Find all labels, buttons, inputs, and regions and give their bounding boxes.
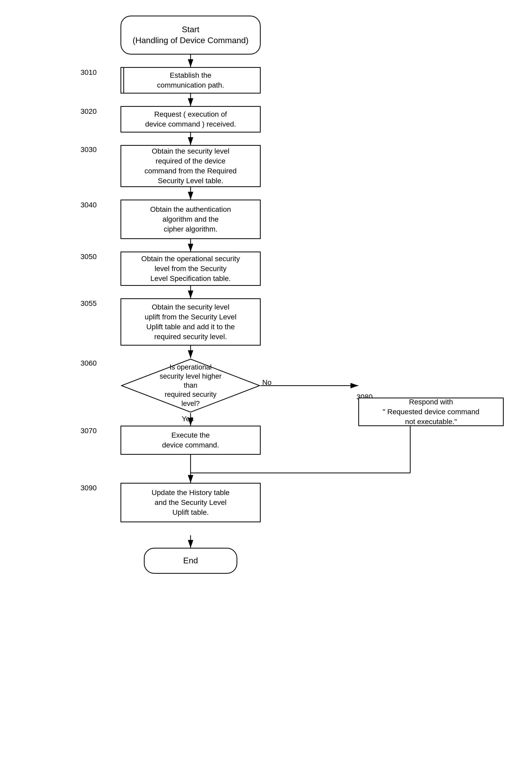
step-3090-node: Update the History table and the Securit… xyxy=(121,483,261,522)
step-3070-label: 3070 xyxy=(81,427,97,435)
start-node: Start (Handling of Device Command) xyxy=(121,16,261,55)
step-3055-node: Obtain the security level uplift from th… xyxy=(121,298,261,346)
step-3070-text: Execute the device command. xyxy=(162,430,219,450)
step-3060-diamond: Is operationalsecurity level higher than… xyxy=(121,358,261,413)
step-3070-node: Execute the device command. xyxy=(121,425,261,455)
step-3055-label: 3055 xyxy=(81,299,97,308)
step-3090-label: 3090 xyxy=(81,484,97,492)
step-3030-text: Obtain the security level required of th… xyxy=(144,146,237,186)
step-3020-node: Request ( execution of device command ) … xyxy=(121,106,261,133)
step-3050-label: 3050 xyxy=(81,253,97,261)
step-3050-node: Obtain the operational security level fr… xyxy=(121,252,261,286)
yes-label: Yes xyxy=(182,415,194,423)
step-3060-label: 3060 xyxy=(81,359,97,368)
step-3040-label: 3040 xyxy=(81,201,97,209)
step-3060-text: Is operationalsecurity level higher than… xyxy=(157,363,224,408)
step-3010-label: 3010 xyxy=(81,68,97,77)
step-3050-text: Obtain the operational security level fr… xyxy=(141,254,240,283)
step-3010-text: Establish the communication path. xyxy=(157,70,224,90)
step-3080-text: Respond with " Requested device command … xyxy=(383,397,479,426)
no-label: No xyxy=(262,379,272,386)
step-3030-node: Obtain the security level required of th… xyxy=(121,145,261,187)
step-3040-node: Obtain the authentication algorithm and … xyxy=(121,200,261,239)
step-3080-node: Respond with " Requested device command … xyxy=(358,397,504,426)
step-3040-text: Obtain the authentication algorithm and … xyxy=(150,205,231,234)
step-3055-text: Obtain the security level uplift from th… xyxy=(144,302,236,342)
step-3020-text: Request ( execution of device command ) … xyxy=(145,109,236,129)
step-3020-label: 3020 xyxy=(81,107,97,116)
end-label: End xyxy=(183,555,198,566)
step-3010-node: Establish the communication path. xyxy=(121,67,261,94)
start-label: Start (Handling of Device Command) xyxy=(133,24,248,46)
step-3030-label: 3030 xyxy=(81,146,97,154)
step-3090-text: Update the History table and the Securit… xyxy=(151,488,229,517)
end-node: End xyxy=(144,548,237,574)
